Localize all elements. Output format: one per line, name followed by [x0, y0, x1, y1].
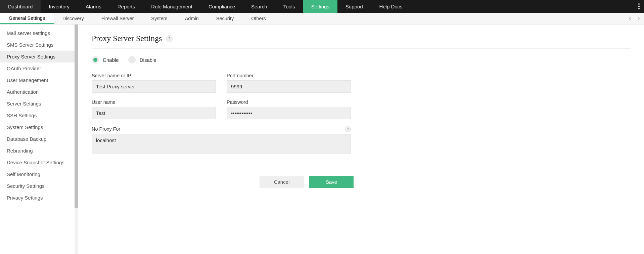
svg-point-2: [638, 8, 640, 9]
svg-point-1: [638, 6, 640, 7]
sidebar-item-system-settings[interactable]: System Settings: [0, 121, 75, 133]
sub-nav: General SettingsDiscoveryFirewall Server…: [0, 13, 644, 25]
save-button[interactable]: Save: [309, 176, 354, 188]
password-input[interactable]: [227, 107, 351, 119]
svg-point-0: [638, 3, 640, 5]
sidebar-item-sms-server-settings[interactable]: SMS Server Settings: [0, 39, 75, 51]
sidebar-item-authentication[interactable]: Authentication: [0, 86, 75, 98]
subnav-item-firewall-server[interactable]: Firewall Server: [93, 13, 143, 24]
content-area: Proxy Server Settings ? Enable Disable S…: [78, 25, 644, 254]
radio-enable-label: Enable: [103, 57, 119, 63]
sidebar-item-mail-server-settings[interactable]: Mail server settings: [0, 27, 75, 39]
sidebar-scrollbar[interactable]: [75, 25, 78, 254]
radio-disable-label: Disable: [140, 57, 156, 63]
sidebar-item-proxy-server-settings[interactable]: Proxy Server Settings: [0, 51, 75, 62]
nav-item-search[interactable]: Search: [243, 0, 275, 13]
top-nav: DashboardInventoryAlarmsReportsRule Mana…: [0, 0, 644, 13]
radio-enable[interactable]: Enable: [92, 56, 119, 64]
nav-item-compliance[interactable]: Compliance: [200, 0, 243, 13]
subnav-scroll-right-icon[interactable]: [635, 14, 642, 23]
page-help-icon[interactable]: ?: [166, 35, 173, 42]
nav-item-help-docs[interactable]: Help Docs: [371, 0, 410, 13]
sidebar-item-server-settings[interactable]: Server Settings: [0, 98, 75, 110]
nav-item-rule-management[interactable]: Rule Management: [143, 0, 200, 13]
subnav-item-admin[interactable]: Admin: [176, 13, 208, 24]
nav-item-reports[interactable]: Reports: [109, 0, 143, 13]
noproxy-input[interactable]: [92, 134, 351, 154]
sidebar-item-device-snapshot-settings[interactable]: Device Snapshot Settings: [0, 157, 75, 168]
nav-item-dashboard[interactable]: Dashboard: [0, 0, 41, 13]
cancel-button[interactable]: Cancel: [260, 176, 304, 188]
sidebar-item-rebranding[interactable]: Rebranding: [0, 145, 75, 157]
nav-item-inventory[interactable]: Inventory: [41, 0, 78, 13]
port-number-label: Port number: [227, 73, 351, 78]
username-label: User name: [92, 99, 216, 105]
subnav-item-system[interactable]: System: [142, 13, 176, 24]
server-name-label: Server name or IP: [92, 73, 216, 78]
radio-disable[interactable]: Disable: [128, 56, 156, 64]
sidebar-item-ssh-settings[interactable]: SSH Settings: [0, 110, 75, 121]
kebab-menu-icon[interactable]: [634, 0, 644, 13]
settings-sidebar: Mail server settingsSMS Server SettingsP…: [0, 25, 75, 254]
sidebar-item-database-backup[interactable]: Database Backup: [0, 133, 75, 145]
nav-item-support[interactable]: Support: [337, 0, 371, 13]
nav-item-settings[interactable]: Settings: [303, 0, 337, 13]
subnav-item-others[interactable]: Others: [242, 13, 275, 24]
noproxy-label: No Proxy For: [92, 126, 120, 132]
page-title: Proxy Server Settings: [92, 34, 162, 43]
nav-item-alarms[interactable]: Alarms: [78, 0, 109, 13]
subnav-item-general-settings[interactable]: General Settings: [0, 13, 54, 24]
password-label: Password: [227, 99, 351, 105]
sidebar-item-oauth-provider[interactable]: OAuth Provider: [0, 62, 75, 74]
subnav-item-security[interactable]: Security: [208, 13, 242, 24]
sidebar-item-security-settings[interactable]: Security Settings: [0, 180, 75, 192]
sidebar-item-privacy-settings[interactable]: Privacy Settings: [0, 192, 75, 204]
sidebar-item-user-management[interactable]: User Management: [0, 74, 75, 86]
port-number-input[interactable]: [227, 80, 351, 93]
server-name-input[interactable]: [92, 80, 216, 93]
subnav-item-discovery[interactable]: Discovery: [54, 13, 93, 24]
noproxy-help-icon[interactable]: ?: [345, 126, 351, 132]
sidebar-item-self-monitoring[interactable]: Self Monitoring: [0, 168, 75, 180]
username-input[interactable]: [92, 107, 216, 119]
nav-item-tools[interactable]: Tools: [275, 0, 303, 13]
sidebar-scroll-thumb[interactable]: [75, 25, 78, 208]
subnav-scroll-left-icon[interactable]: [627, 14, 634, 23]
